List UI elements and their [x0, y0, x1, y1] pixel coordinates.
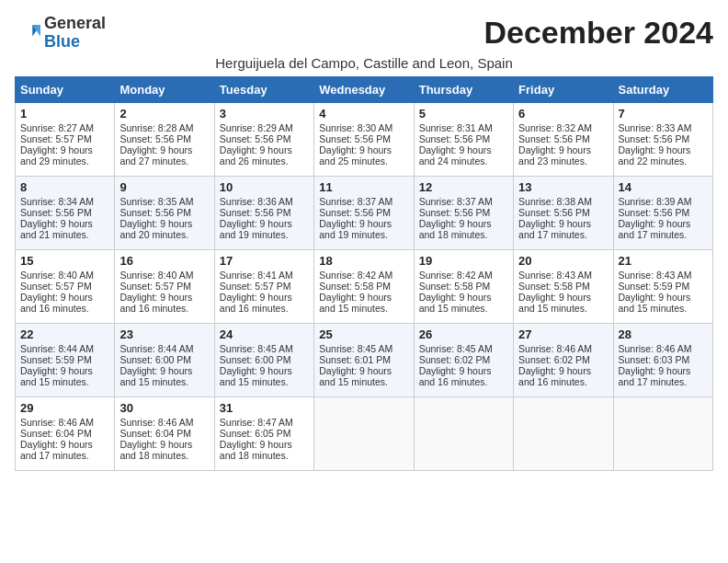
day-number: 5 — [419, 107, 508, 121]
day-number: 30 — [119, 401, 209, 415]
daylight: Daylight: 9 hours and 15 minutes. — [20, 365, 93, 387]
calendar-cell: 6Sunrise: 8:32 AMSunset: 5:56 PMDaylight… — [514, 102, 613, 176]
sunrise: Sunrise: 8:41 AM — [220, 270, 293, 281]
calendar-cell: 11Sunrise: 8:37 AMSunset: 5:56 PMDayligh… — [314, 176, 414, 249]
sunset: Sunset: 5:56 PM — [20, 207, 92, 218]
sunrise: Sunrise: 8:43 AM — [619, 270, 692, 281]
sunset: Sunset: 6:02 PM — [419, 354, 491, 365]
day-number: 23 — [119, 327, 209, 341]
sunrise: Sunrise: 8:45 AM — [419, 343, 493, 354]
calendar-cell: 29Sunrise: 8:46 AMSunset: 6:04 PMDayligh… — [16, 396, 115, 470]
sunrise: Sunrise: 8:32 AM — [518, 122, 592, 133]
logo: General Blue — [15, 15, 106, 52]
daylight: Daylight: 9 hours and 22 minutes. — [619, 144, 691, 167]
day-number: 15 — [20, 254, 109, 268]
sunrise: Sunrise: 8:46 AM — [119, 417, 193, 428]
day-header-friday: Friday — [514, 76, 613, 102]
calendar-week-row: 1Sunrise: 8:27 AMSunset: 5:57 PMDaylight… — [16, 102, 713, 176]
day-number: 9 — [119, 180, 209, 194]
calendar-cell: 21Sunrise: 8:43 AMSunset: 5:59 PMDayligh… — [613, 249, 712, 323]
sunrise: Sunrise: 8:44 AM — [20, 343, 94, 354]
sunrise: Sunrise: 8:30 AM — [319, 122, 392, 133]
calendar-cell: 25Sunrise: 8:45 AMSunset: 6:01 PMDayligh… — [314, 323, 414, 396]
daylight: Daylight: 9 hours and 23 minutes. — [518, 144, 591, 167]
calendar-cell: 12Sunrise: 8:37 AMSunset: 5:56 PMDayligh… — [414, 176, 513, 249]
calendar-cell: 30Sunrise: 8:46 AMSunset: 6:04 PMDayligh… — [115, 396, 214, 470]
daylight: Daylight: 9 hours and 18 minutes. — [119, 439, 192, 461]
calendar-cell: 7Sunrise: 8:33 AMSunset: 5:56 PMDaylight… — [613, 102, 712, 176]
sunset: Sunset: 5:56 PM — [319, 133, 391, 144]
sunset: Sunset: 6:00 PM — [119, 354, 191, 365]
day-number: 14 — [619, 180, 708, 194]
calendar-cell: 23Sunrise: 8:44 AMSunset: 6:00 PMDayligh… — [115, 323, 214, 396]
sunset: Sunset: 5:57 PM — [20, 281, 92, 292]
sunrise: Sunrise: 8:36 AM — [220, 196, 293, 207]
logo-general: General — [44, 14, 106, 32]
daylight: Daylight: 9 hours and 16 minutes. — [220, 292, 292, 314]
sunrise: Sunrise: 8:31 AM — [419, 122, 493, 133]
sunset: Sunset: 5:59 PM — [20, 354, 92, 365]
daylight: Daylight: 9 hours and 15 minutes. — [220, 365, 292, 387]
day-number: 8 — [20, 180, 109, 194]
calendar-week-row: 22Sunrise: 8:44 AMSunset: 5:59 PMDayligh… — [16, 323, 713, 396]
sunset: Sunset: 6:04 PM — [119, 428, 191, 439]
day-number: 26 — [419, 327, 508, 341]
daylight: Daylight: 9 hours and 15 minutes. — [518, 292, 591, 314]
sunrise: Sunrise: 8:37 AM — [319, 196, 392, 207]
calendar-cell: 26Sunrise: 8:45 AMSunset: 6:02 PMDayligh… — [414, 323, 513, 396]
day-number: 20 — [518, 254, 608, 268]
daylight: Daylight: 9 hours and 16 minutes. — [20, 292, 93, 314]
sunset: Sunset: 6:01 PM — [319, 354, 391, 365]
sunset: Sunset: 6:02 PM — [518, 354, 590, 365]
daylight: Daylight: 9 hours and 29 minutes. — [20, 144, 93, 167]
sunset: Sunset: 5:56 PM — [419, 133, 491, 144]
daylight: Daylight: 9 hours and 15 minutes. — [619, 292, 691, 314]
logo-icon — [15, 20, 40, 46]
sunrise: Sunrise: 8:40 AM — [20, 270, 94, 281]
calendar-cell: 15Sunrise: 8:40 AMSunset: 5:57 PMDayligh… — [16, 249, 115, 323]
day-number: 28 — [619, 327, 708, 341]
day-number: 18 — [319, 254, 408, 268]
daylight: Daylight: 9 hours and 20 minutes. — [119, 218, 192, 240]
sunset: Sunset: 6:05 PM — [220, 428, 291, 439]
sunset: Sunset: 5:56 PM — [319, 207, 391, 218]
daylight: Daylight: 9 hours and 15 minutes. — [319, 365, 392, 387]
sunrise: Sunrise: 8:37 AM — [419, 196, 493, 207]
sunset: Sunset: 5:58 PM — [518, 281, 590, 292]
day-number: 12 — [419, 180, 508, 194]
calendar-cell: 9Sunrise: 8:35 AMSunset: 5:56 PMDaylight… — [115, 176, 214, 249]
calendar-cell: 5Sunrise: 8:31 AMSunset: 5:56 PMDaylight… — [414, 102, 513, 176]
calendar-cell: 27Sunrise: 8:46 AMSunset: 6:02 PMDayligh… — [514, 323, 613, 396]
calendar-cell — [314, 396, 414, 470]
day-header-saturday: Saturday — [613, 76, 712, 102]
day-number: 10 — [220, 180, 309, 194]
calendar-cell: 14Sunrise: 8:39 AMSunset: 5:56 PMDayligh… — [613, 176, 712, 249]
daylight: Daylight: 9 hours and 16 minutes. — [119, 292, 192, 314]
calendar-cell: 28Sunrise: 8:46 AMSunset: 6:03 PMDayligh… — [613, 323, 712, 396]
calendar-week-row: 8Sunrise: 8:34 AMSunset: 5:56 PMDaylight… — [16, 176, 713, 249]
day-header-sunday: Sunday — [16, 76, 115, 102]
day-number: 1 — [20, 107, 109, 121]
month-title: December 2024 — [483, 15, 713, 51]
day-number: 6 — [518, 107, 608, 121]
calendar-cell: 8Sunrise: 8:34 AMSunset: 5:56 PMDaylight… — [16, 176, 115, 249]
calendar-cell: 10Sunrise: 8:36 AMSunset: 5:56 PMDayligh… — [214, 176, 313, 249]
day-header-tuesday: Tuesday — [214, 76, 313, 102]
day-header-monday: Monday — [115, 76, 214, 102]
day-number: 25 — [319, 327, 408, 341]
day-number: 27 — [518, 327, 608, 341]
calendar-cell: 2Sunrise: 8:28 AMSunset: 5:56 PMDaylight… — [115, 102, 214, 176]
sunrise: Sunrise: 8:39 AM — [619, 196, 692, 207]
header: General Blue December 2024 — [15, 15, 713, 52]
title-area: December 2024 — [483, 15, 713, 51]
sunrise: Sunrise: 8:35 AM — [119, 196, 193, 207]
sunrise: Sunrise: 8:45 AM — [220, 343, 293, 354]
sunset: Sunset: 5:56 PM — [619, 207, 690, 218]
daylight: Daylight: 9 hours and 15 minutes. — [419, 292, 492, 314]
day-header-thursday: Thursday — [414, 76, 513, 102]
daylight: Daylight: 9 hours and 19 minutes. — [220, 218, 292, 240]
daylight: Daylight: 9 hours and 15 minutes. — [119, 365, 192, 387]
sunrise: Sunrise: 8:46 AM — [20, 417, 94, 428]
calendar-cell — [613, 396, 712, 470]
daylight: Daylight: 9 hours and 25 minutes. — [319, 144, 392, 167]
